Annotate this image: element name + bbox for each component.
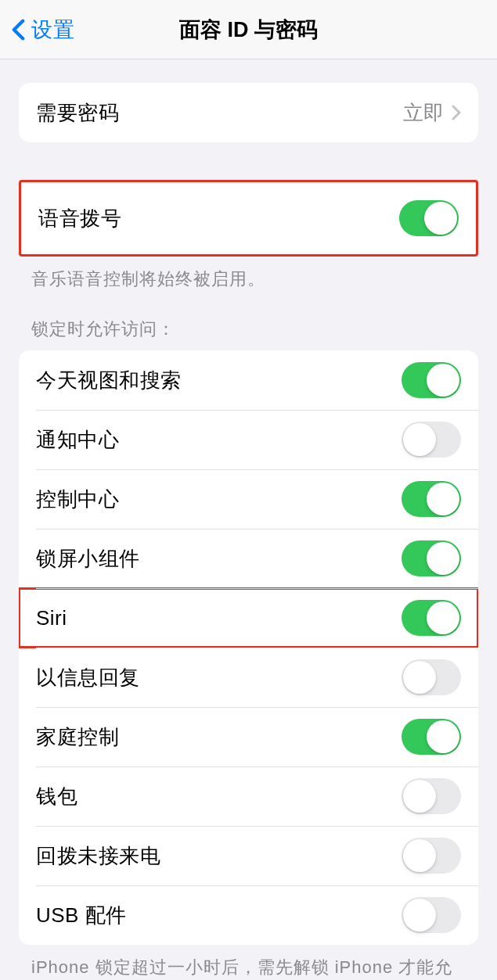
page-title: 面容 ID 与密码 xyxy=(179,16,318,44)
require-passcode-group: 需要密码 立即 xyxy=(19,83,478,142)
lock-access-label: 以信息回复 xyxy=(36,664,140,691)
lock-access-toggle[interactable] xyxy=(402,600,461,636)
lock-access-toggle[interactable] xyxy=(402,719,461,755)
lock-access-label: 家庭控制 xyxy=(36,723,119,751)
lock-access-header: 锁定时允许访问： xyxy=(31,318,466,341)
lock-access-label: 锁屏小组件 xyxy=(36,545,140,573)
lock-access-row: 回拨未接来电 xyxy=(19,826,478,885)
voice-dial-row: 语音拨号 xyxy=(21,182,476,254)
lock-access-label: 今天视图和搜索 xyxy=(36,367,182,394)
lock-access-row: 锁屏小组件 xyxy=(19,529,478,588)
content: 需要密码 立即 语音拨号 音乐语音控制将始终被启用。 锁定时允许访问： 今天视图… xyxy=(0,83,497,980)
lock-access-row: 钱包 xyxy=(19,766,478,826)
lock-access-group: 今天视图和搜索通知中心控制中心锁屏小组件Siri以信息回复家庭控制钱包回拨未接来… xyxy=(19,350,478,945)
lock-access-row: USB 配件 xyxy=(19,885,478,945)
chevron-right-icon xyxy=(452,105,461,120)
lock-access-toggle[interactable] xyxy=(402,659,461,695)
require-passcode-value: 立即 xyxy=(403,99,444,127)
voice-dial-group: 语音拨号 xyxy=(19,180,478,257)
lock-access-row: 今天视图和搜索 xyxy=(19,350,478,410)
lock-access-toggle[interactable] xyxy=(402,362,461,398)
lock-access-toggle[interactable] xyxy=(402,778,461,814)
lock-access-row: Siri xyxy=(19,588,478,648)
back-button[interactable]: 设置 xyxy=(9,16,75,44)
lock-access-label: 钱包 xyxy=(36,783,77,810)
back-label: 设置 xyxy=(31,16,75,44)
lock-access-toggle[interactable] xyxy=(402,422,461,458)
require-passcode-label: 需要密码 xyxy=(36,99,119,127)
lock-access-label: USB 配件 xyxy=(36,902,127,929)
lock-access-toggle[interactable] xyxy=(402,838,461,874)
voice-dial-footer: 音乐语音控制将始终被启用。 xyxy=(31,267,466,291)
chevron-left-icon xyxy=(9,16,27,43)
voice-dial-toggle[interactable] xyxy=(399,200,459,236)
lock-access-label: Siri xyxy=(36,606,67,630)
lock-access-label: 控制中心 xyxy=(36,486,119,513)
lock-access-row: 家庭控制 xyxy=(19,707,478,766)
require-passcode-row[interactable]: 需要密码 立即 xyxy=(19,83,478,142)
voice-dial-label: 语音拨号 xyxy=(38,205,121,232)
lock-access-toggle[interactable] xyxy=(402,481,461,517)
lock-access-label: 回拨未接来电 xyxy=(36,842,160,870)
lock-access-footer: iPhone 锁定超过一小时后，需先解锁 iPhone 才能允许USB 配件连接… xyxy=(31,956,466,980)
lock-access-row: 以信息回复 xyxy=(19,648,478,707)
navbar: 设置 面容 ID 与密码 xyxy=(0,0,497,59)
lock-access-row: 控制中心 xyxy=(19,469,478,529)
lock-access-toggle[interactable] xyxy=(402,897,461,933)
lock-access-row: 通知中心 xyxy=(19,410,478,469)
lock-access-toggle[interactable] xyxy=(402,540,461,576)
lock-access-label: 通知中心 xyxy=(36,426,119,454)
